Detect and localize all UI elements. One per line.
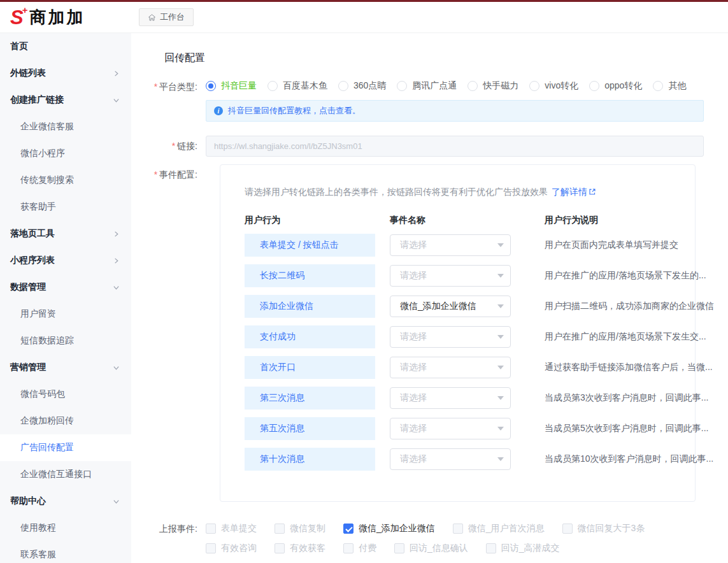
- event-select[interactable]: 请选择: [390, 234, 511, 256]
- sidebar-item[interactable]: 小程序列表: [0, 247, 131, 274]
- sidebar-item-label: 企微加粉回传: [20, 415, 74, 427]
- sidebar-item[interactable]: 外链列表: [0, 60, 131, 87]
- event-select-value: 请选择: [400, 270, 427, 282]
- report-event-checkbox-label: 回访_高潜成交: [501, 543, 560, 554]
- sidebar-item-label: 微信小程序: [20, 148, 65, 159]
- checkbox-icon: [343, 524, 353, 534]
- sidebar-item[interactable]: 帮助中心: [0, 488, 131, 515]
- sidebar-item-label: 用户留资: [20, 308, 56, 320]
- report-event-checkbox-label: 微信回复大于3条: [578, 523, 645, 534]
- platform-type-row: *平台类型: 抖音巨量 百度基木鱼 360点睛 腾: [144, 80, 728, 93]
- report-event-checkbox-label: 回访_信息确认: [410, 543, 468, 554]
- report-event-checkbox[interactable]: 微信_用户首次消息: [453, 523, 545, 534]
- report-event-checkbox[interactable]: 付费: [343, 543, 376, 554]
- user-action-description: 通过获客助手链接添加微信客户后，当微...: [545, 362, 713, 373]
- caret-down-icon: [497, 427, 504, 431]
- platform-radio[interactable]: 其他: [653, 80, 686, 92]
- event-select[interactable]: 请选择: [390, 448, 511, 470]
- user-action-chip: 添加企业微信: [245, 295, 375, 318]
- platform-radio[interactable]: 360点睛: [338, 80, 386, 92]
- topbar: S+ 商加加 工作台: [0, 2, 728, 32]
- report-event-checkbox[interactable]: 回访_高潜成交: [486, 543, 560, 554]
- checkbox-icon: [275, 543, 285, 553]
- sidebar-item[interactable]: 传统复制搜索: [0, 167, 131, 194]
- sidebar-item-label: 营销管理: [10, 362, 46, 373]
- user-action-chip: 首次开口: [245, 356, 375, 379]
- event-select[interactable]: 微信_添加企业微信: [390, 296, 511, 317]
- sidebar-item[interactable]: 落地页工具: [0, 220, 131, 247]
- sidebar: 首页 外链列表 创建推广链接 企业微信客服 微信小程序 传统复制搜索 获客助手: [0, 32, 131, 563]
- event-select[interactable]: 请选择: [390, 357, 511, 378]
- event-select[interactable]: 请选择: [390, 326, 511, 348]
- sidebar-item[interactable]: 获客助手: [0, 194, 131, 220]
- event-row: 支付成功 请选择 用户在推广的应用/落地页场景下发生交...: [245, 325, 683, 348]
- sidebar-item[interactable]: 用户留资: [0, 301, 131, 327]
- platform-radio-label: 抖音巨量: [221, 80, 257, 92]
- user-action-chip: 第十次消息: [245, 448, 375, 471]
- chevron-icon: [113, 498, 120, 505]
- event-select-value: 请选择: [400, 423, 427, 434]
- sidebar-item-label: 获客助手: [20, 201, 56, 213]
- main-content: 回传配置 *平台类型: 抖音巨量 百度基木鱼 360点睛: [131, 32, 728, 563]
- report-event-checkbox[interactable]: 微信回复大于3条: [562, 523, 645, 534]
- platform-radio[interactable]: 百度基木鱼: [268, 80, 327, 92]
- caret-down-icon: [497, 457, 504, 461]
- user-action-chip: 第五次消息: [245, 417, 375, 440]
- platform-radio[interactable]: 抖音巨量: [206, 80, 257, 92]
- banner-tutorial-link[interactable]: 抖音巨量回传配置教程，点击查看。: [228, 105, 360, 117]
- checkbox-icon: [486, 543, 496, 553]
- chevron-icon: [113, 257, 120, 264]
- report-event-checkbox-label: 微信_添加企业微信: [359, 523, 435, 534]
- column-user-action-desc: 用户行为说明: [545, 215, 598, 226]
- report-event-checkbox[interactable]: 微信复制: [275, 523, 325, 534]
- sidebar-item[interactable]: 微信号码包: [0, 381, 131, 408]
- sidebar-item-label: 联系客服: [20, 549, 56, 560]
- event-select[interactable]: 请选择: [390, 418, 511, 439]
- platform-radio[interactable]: 腾讯广点通: [397, 80, 457, 92]
- report-event-checkbox[interactable]: 有效咨询: [206, 543, 257, 554]
- sidebar-item-label: 使用教程: [20, 522, 56, 534]
- caret-down-icon: [497, 366, 504, 369]
- sidebar-item[interactable]: 企业微信互通接口: [0, 461, 131, 488]
- checkbox-icon: [394, 543, 404, 553]
- event-select[interactable]: 请选择: [390, 265, 511, 287]
- learn-more-link[interactable]: 了解详情: [552, 187, 587, 197]
- sidebar-item[interactable]: 使用教程: [0, 515, 131, 541]
- home-icon: [148, 13, 156, 22]
- tab-workspace[interactable]: 工作台: [139, 8, 194, 26]
- radio-icon: [268, 81, 278, 91]
- sidebar-item[interactable]: 企微加粉回传: [0, 408, 131, 434]
- report-event-checkbox[interactable]: 表单提交: [206, 523, 257, 534]
- event-select[interactable]: 请选择: [390, 387, 511, 409]
- platform-radio[interactable]: 快手磁力: [467, 80, 518, 92]
- report-event-checkbox[interactable]: 有效获客: [275, 543, 325, 554]
- sidebar-item-label: 企业微信互通接口: [20, 469, 92, 480]
- platform-radio-label: oppo转化: [604, 80, 642, 92]
- sidebar-item[interactable]: 短信数据追踪: [0, 327, 131, 354]
- sidebar-item[interactable]: 数据管理: [0, 274, 131, 301]
- user-action-description: 用户在推广的应用/落地页场景下发生的...: [545, 270, 706, 282]
- sidebar-item[interactable]: 广告回传配置: [0, 434, 131, 461]
- logo-text: 商加加: [29, 6, 85, 29]
- sidebar-item[interactable]: 首页: [0, 33, 131, 60]
- caret-down-icon: [497, 335, 504, 339]
- user-action-description: 当成员第3次收到客户消息时，回调此事...: [545, 392, 708, 404]
- report-event-checkbox[interactable]: 微信_添加企业微信: [343, 523, 435, 534]
- sidebar-item[interactable]: 创建推广链接: [0, 87, 131, 113]
- sidebar-item[interactable]: 营销管理: [0, 354, 131, 381]
- sidebar-item[interactable]: 微信小程序: [0, 140, 131, 167]
- event-config-row: *事件配置: 请选择用户转化链路上的各类事件，按链路回传将更有利于优化广告投放效…: [144, 164, 728, 502]
- sidebar-item[interactable]: 联系客服: [0, 541, 131, 563]
- checkbox-icon: [343, 543, 353, 553]
- report-events-line2: 有效咨询 有效获客 付费 回访_信息确认: [206, 543, 645, 554]
- report-events-line1: 表单提交 微信复制 微信_添加企业微信 微信_用户首次消息: [206, 523, 645, 534]
- platform-radio[interactable]: oppo转化: [589, 80, 642, 92]
- sidebar-item-label: 数据管理: [10, 282, 46, 293]
- info-icon: [214, 106, 223, 115]
- platform-radio[interactable]: vivo转化: [529, 80, 578, 92]
- report-event-checkbox[interactable]: 回访_信息确认: [394, 543, 468, 554]
- page-title: 回传配置: [164, 52, 728, 65]
- link-input[interactable]: https://wl.shangjiake.com/l/bZ5JN3sm01: [206, 136, 704, 157]
- sidebar-item-label: 企业微信客服: [20, 121, 74, 132]
- sidebar-item[interactable]: 企业微信客服: [0, 113, 131, 140]
